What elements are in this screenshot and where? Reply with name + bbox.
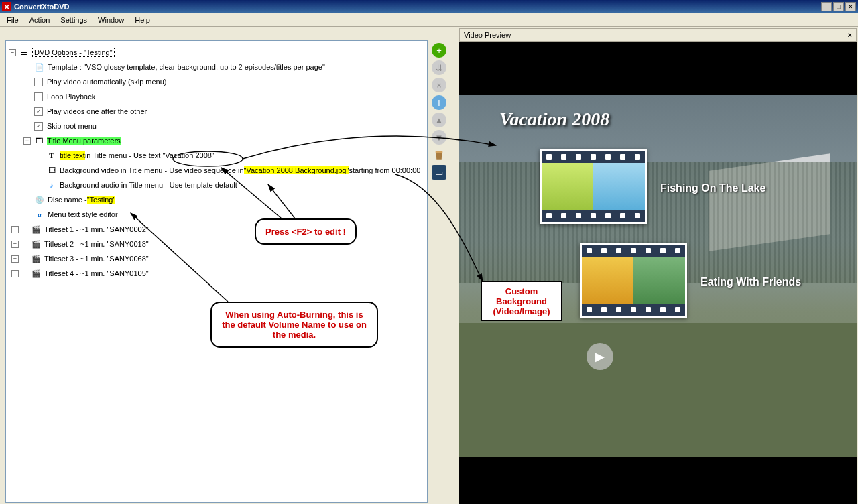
preview-body: Vacation 2008 Fishing On The Lake Eating… [459, 42, 857, 504]
callout-custom: Custom Background (Video/Image) [481, 281, 562, 321]
collapse-icon[interactable]: − [9, 49, 16, 56]
expand-icon[interactable]: + [11, 226, 19, 233]
template-icon: 📄 [34, 62, 45, 72]
minimize-button[interactable]: _ [821, 2, 832, 11]
bgvideo-pre: Background video in Title menu - Use vid… [60, 166, 244, 174]
tree-playauto[interactable]: Play video automatically (skip menu) [9, 74, 424, 89]
episode-label-2: Eating With Friends [700, 276, 801, 288]
disc-icon: 💿 [34, 194, 45, 205]
checkbox-unchecked[interactable] [34, 92, 43, 101]
menu-action[interactable]: Action [24, 15, 56, 25]
ts4-label: Titleset 4 - ~1 min. "SANY0105" [44, 269, 149, 277]
ts1-label: Titleset 1 - ~1 min. "SANY0002" [44, 225, 149, 233]
tree-titletext[interactable]: T title text in Title menu - Use text "V… [9, 148, 424, 163]
titleset-icon: 🎬 [31, 253, 42, 264]
expand-icon[interactable]: + [11, 270, 19, 277]
bgvideo-post: starting from 00:00:00 [349, 166, 420, 174]
menu-settings[interactable]: Settings [55, 15, 93, 25]
tree-titlemenu[interactable]: − 🗔 Title Menu parameters [9, 133, 424, 148]
skiproot-label: Skip root menu [47, 122, 97, 130]
callout-edit: Press <F2> to edit ! [255, 218, 357, 245]
episode-label-1: Fishing On The Lake [660, 182, 765, 194]
root-label: DVD Options - "Testing" [32, 48, 115, 57]
tree-loop[interactable]: Loop Playback [9, 89, 424, 104]
callout-volume: When using Auto-Burning, this is the def… [210, 302, 378, 348]
menu-bar: File Action Settings Window Help [0, 13, 858, 27]
titlemenu-label: Title Menu parameters [47, 137, 121, 145]
menu-window[interactable]: Window [93, 15, 129, 25]
film-icon: 🎞 [46, 165, 57, 176]
collapse-icon[interactable]: − [23, 137, 31, 145]
checkbox-checked[interactable]: ✓ [34, 122, 43, 131]
music-icon: ♪ [46, 180, 57, 190]
preview-title: Video Preview [464, 31, 511, 39]
tree-ts2[interactable]: + 🎬 Titleset 2 - ~1 min. "SANY0018" [9, 237, 424, 251]
oneafter-label: Play videos one after the other [47, 107, 147, 115]
move-down-button[interactable]: ▼ [432, 130, 446, 145]
tree-template[interactable]: 📄 Template : "VSO glossy template, clear… [9, 60, 424, 74]
tree-ts4[interactable]: + 🎬 Titleset 4 - ~1 min. "SANY0105" [9, 266, 424, 281]
move-up-button[interactable]: ▲ [432, 113, 446, 127]
side-toolbar: + ⇊ × i ▲ ▼ ▭ [429, 42, 449, 182]
app-icon: ✕ [2, 2, 11, 11]
template-label: Template : "VSO glossy template, clear b… [48, 63, 325, 71]
menu-icon: 🗔 [34, 135, 44, 146]
text-icon: T [46, 150, 57, 161]
preview-close-button[interactable]: × [848, 31, 852, 39]
tree-bgvideo[interactable]: 🎞 Background video in Title menu - Use v… [9, 163, 424, 178]
expand-icon[interactable]: + [11, 255, 19, 263]
play-button[interactable]: ▶ [587, 343, 613, 370]
close-button[interactable]: × [845, 2, 856, 11]
titleset-icon: 🎬 [31, 239, 42, 249]
titletext-hl: title text [60, 151, 85, 160]
window-titlebar: ✕ ConvertXtoDVD _ □ × [0, 0, 858, 13]
preview-header: Video Preview × [459, 28, 857, 42]
tree-panel: − ☰ DVD Options - "Testing" 📄 Template :… [5, 40, 428, 503]
checkbox-checked[interactable]: ✓ [34, 107, 43, 116]
checkbox-unchecked[interactable] [34, 78, 43, 86]
episode-thumb-2[interactable] [580, 243, 687, 318]
bgvideo-hl: "Vacation 2008 Background.jpg" [244, 166, 349, 174]
titleset-icon: 🎬 [31, 224, 42, 235]
titletext-mid: in Title menu - Use text "Vacation 2008" [85, 151, 214, 160]
remove-button[interactable]: × [432, 78, 446, 92]
window-title: ConvertXtoDVD [14, 3, 70, 11]
info-button[interactable]: i [432, 95, 446, 110]
tree-ts3[interactable]: + 🎬 Titleset 3 - ~1 min. "SANY0068" [9, 251, 424, 266]
style-icon: a [34, 209, 45, 220]
expand-icon[interactable]: + [11, 241, 19, 248]
options-icon: ☰ [19, 47, 29, 58]
ts2-label: Titleset 2 - ~1 min. "SANY0018" [44, 240, 149, 248]
tree-ts1[interactable]: + 🎬 Titleset 1 - ~1 min. "SANY0002" [9, 222, 424, 237]
disc-hl: "Testing" [87, 196, 116, 204]
style-label: Menu text style editor [48, 210, 118, 218]
maximize-button[interactable]: □ [833, 2, 844, 11]
merge-button[interactable]: ⇊ [432, 60, 446, 75]
titleset-icon: 🎬 [31, 268, 42, 279]
trash-button[interactable] [432, 147, 446, 162]
playauto-label: Play video automatically (skip menu) [47, 78, 167, 86]
tree-skiproot[interactable]: ✓ Skip root menu [9, 119, 424, 133]
tree-disc[interactable]: 💿 Disc name - "Testing" [9, 192, 424, 207]
add-button[interactable]: + [432, 43, 446, 58]
episode-thumb-1[interactable] [540, 149, 647, 224]
loop-label: Loop Playback [47, 92, 95, 101]
tree-root[interactable]: − ☰ DVD Options - "Testing" [9, 45, 424, 60]
menu-file[interactable]: File [1, 15, 24, 25]
ts3-label: Titleset 3 - ~1 min. "SANY0068" [44, 255, 149, 263]
bgaudio-label: Background audio in Title menu - Use tem… [60, 181, 237, 189]
tree-bgaudio[interactable]: ♪ Background audio in Title menu - Use t… [9, 178, 424, 192]
disc-pre: Disc name - [48, 196, 87, 204]
tree-oneafter[interactable]: ✓ Play videos one after the other [9, 104, 424, 119]
tree-style[interactable]: a Menu text style editor [9, 207, 424, 222]
menu-title: Vacation 2008 [499, 109, 609, 130]
menu-help[interactable]: Help [129, 15, 156, 25]
preview-toggle-button[interactable]: ▭ [432, 165, 446, 180]
